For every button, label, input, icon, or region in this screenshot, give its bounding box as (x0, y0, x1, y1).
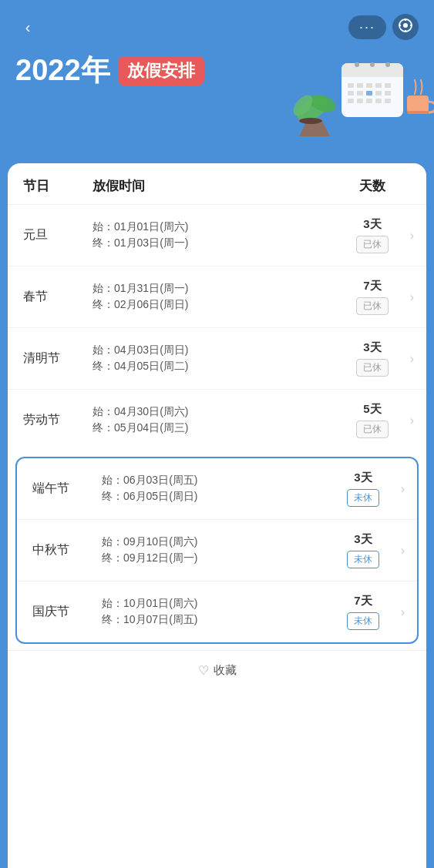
start-date: 始：04月03日(周日) (93, 344, 334, 357)
end-date: 终：06月05日(周日) (102, 490, 325, 504)
target-icon (398, 18, 413, 36)
status-badge: 已休 (356, 421, 389, 438)
collect-label: 收藏 (214, 663, 237, 678)
end-date: 终：02月06日(周日) (93, 298, 334, 312)
holiday-info: 3天 已休 (334, 340, 411, 377)
holiday-row[interactable]: 元旦 始：01月01日(周六) 终：01月03日(周一) 3天 已休 › (8, 205, 426, 266)
end-date: 终：01月03日(周一) (93, 236, 334, 250)
svg-point-29 (293, 93, 331, 126)
back-button[interactable]: ‹ (15, 15, 40, 39)
holiday-row[interactable]: 端午节 始：06月03日(周五) 终：06月05日(周日) 3天 未休 › (17, 458, 417, 520)
back-icon: ‹ (25, 18, 31, 36)
col-header-days: 天数 (334, 177, 411, 195)
svg-point-30 (307, 91, 338, 115)
start-date: 始：09月10日(周六) (102, 535, 325, 549)
svg-rect-27 (407, 96, 429, 112)
top-bar: ‹ ··· (0, 0, 434, 48)
holiday-dates: 始：04月03日(周日) 终：04月05日(周二) (93, 344, 334, 374)
holiday-name: 劳动节 (23, 412, 93, 428)
main-card: 节日 放假时间 天数 元旦 始：01月01日(周六) 终：01月03日(周一) … (8, 163, 426, 868)
target-button[interactable] (392, 14, 419, 40)
svg-rect-22 (348, 99, 354, 103)
svg-point-1 (403, 23, 408, 28)
holiday-row[interactable]: 清明节 始：04月03日(周日) 终：04月05日(周二) 3天 已休 › (8, 328, 426, 390)
svg-rect-25 (375, 99, 382, 103)
days-count: 7天 (354, 594, 372, 608)
holiday-name: 中秋节 (32, 542, 102, 558)
start-date: 始：01月01日(周六) (93, 220, 334, 234)
chevron-right-icon: › (410, 229, 414, 243)
holiday-row[interactable]: 春节 始：01月31日(周一) 终：02月06日(周日) 7天 已休 › (8, 266, 426, 328)
status-badge: 未休 (347, 551, 379, 568)
holiday-name: 春节 (23, 289, 93, 305)
holiday-name: 元旦 (23, 227, 93, 243)
svg-rect-17 (348, 91, 354, 96)
svg-rect-28 (407, 111, 429, 114)
holiday-info: 3天 未休 (325, 532, 402, 568)
holiday-dates: 始：09月10日(周六) 终：09月12日(周一) (102, 535, 325, 565)
hero-title: 2022年 放假安排 (15, 51, 419, 90)
end-date: 终：10月07日(周五) (102, 613, 325, 627)
chevron-right-icon: › (401, 482, 405, 496)
rested-holidays-section: 元旦 始：01月01日(周六) 终：01月03日(周一) 3天 已休 › 春节 … (8, 205, 426, 451)
end-date: 终：04月05日(周二) (93, 360, 334, 374)
holiday-badge: 放假安排 (118, 56, 204, 85)
days-count: 5天 (363, 402, 381, 417)
days-count: 3天 (363, 340, 381, 355)
holiday-name: 国庆节 (32, 604, 102, 620)
holiday-row[interactable]: 中秋节 始：09月10日(周六) 终：09月12日(周一) 3天 未休 › (17, 520, 417, 581)
table-header: 节日 放假时间 天数 (8, 163, 426, 205)
svg-rect-26 (385, 99, 391, 103)
days-count: 3天 (363, 217, 381, 232)
holiday-dates: 始：01月31日(周一) 终：02月06日(周日) (93, 282, 334, 312)
holiday-info: 3天 已休 (334, 217, 411, 253)
chevron-right-icon: › (410, 414, 414, 427)
holiday-dates: 始：01月01日(周六) 终：01月03日(周一) (93, 220, 334, 250)
hero-section: 2022年 放假安排 (0, 48, 434, 148)
menu-button[interactable]: ··· (348, 15, 386, 39)
svg-rect-20 (375, 91, 382, 96)
svg-rect-32 (299, 119, 322, 123)
heart-icon: ♡ (198, 663, 209, 678)
holiday-info: 7天 已休 (334, 279, 411, 315)
holiday-dates: 始：06月03日(周五) 终：06月05日(周日) (102, 474, 325, 504)
holiday-name: 清明节 (23, 350, 93, 367)
col-header-time: 放假时间 (93, 177, 334, 195)
svg-rect-24 (366, 99, 372, 103)
holiday-dates: 始：10月01日(周六) 终：10月07日(周五) (102, 597, 325, 627)
status-badge: 未休 (347, 489, 379, 507)
end-date: 终：09月12日(周一) (102, 551, 325, 565)
svg-rect-21 (385, 91, 391, 96)
status-badge: 已休 (356, 297, 389, 315)
status-badge: 已休 (356, 359, 389, 377)
year-label: 2022年 (15, 51, 110, 90)
days-count: 3天 (354, 532, 372, 547)
status-badge: 未休 (347, 612, 379, 630)
days-count: 3天 (354, 471, 372, 485)
start-date: 始：01月31日(周一) (93, 282, 334, 296)
top-right-actions: ··· (348, 14, 419, 40)
holiday-info: 3天 未休 (325, 471, 402, 507)
svg-rect-23 (357, 99, 363, 103)
holiday-dates: 始：04月30日(周六) 终：05月04日(周三) (93, 405, 334, 435)
holiday-row[interactable]: 国庆节 始：10月01日(周六) 终：10月07日(周五) 7天 未休 › (17, 581, 417, 642)
end-date: 终：05月04日(周三) (93, 421, 334, 435)
days-count: 7天 (363, 279, 381, 293)
holiday-name: 端午节 (32, 481, 102, 497)
footer: ♡ 收藏 (8, 650, 426, 690)
svg-rect-19 (366, 91, 372, 96)
menu-dots-icon: ··· (359, 19, 375, 35)
holiday-row[interactable]: 劳动节 始：04月30日(周六) 终：05月04日(周三) 5天 已休 › (8, 390, 426, 451)
col-header-name: 节日 (23, 177, 93, 195)
start-date: 始：04月30日(周六) (93, 405, 334, 419)
start-date: 始：10月01日(周六) (102, 597, 325, 611)
upcoming-holidays-section: 端午节 始：06月03日(周五) 终：06月05日(周日) 3天 未休 › 中秋… (15, 457, 419, 644)
start-date: 始：06月03日(周五) (102, 474, 325, 488)
holiday-info: 7天 未休 (325, 594, 402, 630)
holiday-info: 5天 已休 (334, 402, 411, 438)
svg-rect-18 (357, 91, 363, 96)
chevron-right-icon: › (410, 290, 414, 304)
chevron-right-icon: › (401, 544, 405, 558)
status-badge: 已休 (356, 236, 389, 253)
svg-point-33 (299, 118, 322, 124)
